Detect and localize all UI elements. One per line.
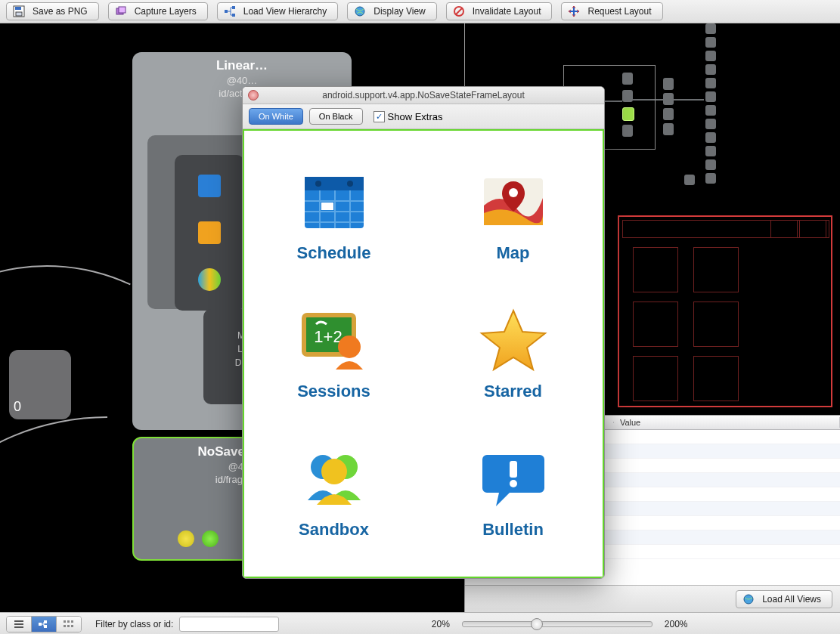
slider-knob[interactable] (531, 618, 543, 630)
load-hierarchy-button[interactable]: Load View Hierarchy (217, 2, 339, 20)
on-black-button[interactable]: On Black (309, 108, 363, 125)
svg-point-14 (315, 181, 321, 187)
app-item-sessions[interactable]: 1+2 Sessions (297, 306, 370, 401)
layout-wireframe[interactable] (618, 215, 832, 407)
display-view-button[interactable]: Display View (347, 2, 436, 20)
app-item-label: Sandbox (299, 520, 369, 540)
node-title: Linear… (132, 58, 352, 73)
svg-rect-38 (44, 625, 47, 628)
preview-titlebar[interactable]: android.support.v4.app.NoSaveStateFrameL… (243, 87, 604, 104)
svg-text:1+2: 1+2 (315, 327, 343, 346)
show-extras-label: Show Extras (388, 111, 443, 122)
mini-node[interactable] (663, 93, 674, 105)
app-item-label: Schedule (297, 243, 371, 263)
perf-dot-green (202, 530, 219, 547)
perf-dot-yellow (178, 530, 194, 547)
view-mode-grid[interactable] (57, 617, 81, 632)
view-mode-segment[interactable] (6, 616, 82, 632)
load-all-views-label: Load All Views (762, 594, 821, 605)
zoom-max-label: 200% (665, 619, 688, 629)
svg-rect-31 (510, 461, 517, 478)
mini-node[interactable] (663, 123, 674, 135)
mini-node[interactable] (684, 175, 695, 185)
save-png-label: Save as PNG (33, 6, 88, 17)
filter-input[interactable] (179, 617, 279, 632)
svg-rect-42 (64, 625, 66, 627)
star-icon (479, 306, 547, 374)
svg-rect-13 (305, 177, 364, 190)
invalidate-layout-button[interactable]: Invalidate Layout (446, 2, 553, 20)
svg-rect-2 (16, 12, 22, 16)
view-preview-window[interactable]: android.support.v4.app.NoSaveStateFrameL… (242, 86, 605, 579)
preview-title-text: android.support.v4.app.NoSaveStateFrameL… (322, 90, 525, 101)
svg-rect-39 (64, 620, 66, 623)
mini-node[interactable] (663, 108, 674, 120)
list-icon (13, 620, 25, 629)
speech-alert-icon (479, 444, 547, 512)
on-black-label: On Black (319, 112, 353, 121)
app-item-map[interactable]: Map (479, 168, 547, 263)
root-node[interactable]: 0 (9, 350, 71, 419)
svg-rect-22 (321, 203, 333, 210)
mini-node[interactable] (705, 37, 716, 48)
properties-col-value: Value (614, 417, 840, 428)
save-png-button[interactable]: Save as PNG (6, 2, 99, 20)
show-extras-checkbox[interactable]: ✓ Show Extras (374, 111, 443, 122)
mini-node[interactable] (705, 64, 716, 75)
svg-rect-5 (225, 10, 228, 13)
svg-rect-40 (67, 620, 70, 623)
svg-rect-6 (232, 6, 235, 9)
main-area: 0 Linear… @40… id/action… 8 v… Measure: … (0, 23, 840, 612)
load-hierarchy-label: Load View Hierarchy (243, 6, 327, 17)
mini-node[interactable] (705, 173, 716, 184)
svg-rect-4 (119, 7, 126, 13)
mini-node[interactable] (705, 119, 716, 129)
close-icon[interactable] (248, 90, 259, 101)
root-node-label: 0 (14, 399, 21, 415)
no-entry-icon (453, 5, 465, 17)
svg-point-27 (338, 336, 361, 358)
svg-rect-37 (44, 620, 47, 623)
app-item-label: Sessions (297, 382, 370, 401)
thumb-list (175, 155, 244, 311)
map-icon (479, 168, 547, 236)
checkbox-icon: ✓ (374, 111, 385, 122)
app-item-bulletin[interactable]: Bulletin (479, 444, 547, 540)
app-item-starred[interactable]: Starred (479, 306, 547, 401)
app-item-sandbox[interactable]: Sandbox (299, 444, 369, 540)
display-view-label: Display View (374, 6, 425, 17)
mini-node[interactable] (705, 51, 716, 61)
mini-node[interactable] (705, 105, 716, 116)
app-item-label: Bulletin (482, 520, 544, 540)
mini-node[interactable] (705, 159, 716, 170)
svg-rect-36 (39, 623, 42, 626)
svg-point-15 (347, 181, 353, 187)
hierarchy-icon (224, 5, 236, 17)
app-item-schedule[interactable]: Schedule (297, 168, 371, 263)
svg-point-30 (321, 459, 347, 484)
calendar-icon (300, 168, 368, 236)
globe-icon (354, 5, 366, 17)
bottom-toolbar: Filter by class or id: 20% 200% (0, 612, 840, 634)
request-layout-button[interactable]: Request Layout (561, 2, 662, 20)
layers-icon (115, 5, 127, 17)
mini-node[interactable] (705, 23, 716, 34)
view-mode-tree[interactable] (32, 617, 57, 632)
zoom-slider[interactable] (462, 621, 652, 627)
mini-node[interactable] (663, 78, 674, 90)
mini-node[interactable] (705, 132, 716, 143)
mini-node[interactable] (705, 146, 716, 156)
svg-rect-41 (71, 620, 73, 623)
mini-edge (674, 99, 704, 101)
filter-label: Filter by class or id: (95, 619, 173, 629)
app-item-label: Map (497, 243, 530, 263)
mini-sandbox-icon (198, 268, 221, 291)
view-mode-list[interactable] (7, 617, 32, 632)
mini-node[interactable] (705, 78, 716, 88)
on-white-button[interactable]: On White (249, 108, 303, 125)
preview-toolbar: On White On Black ✓ Show Extras (243, 104, 604, 129)
capture-layers-button[interactable]: Capture Layers (108, 2, 208, 20)
mini-node[interactable] (705, 91, 716, 102)
load-all-views-button[interactable]: Load All Views (736, 590, 832, 608)
node-address: @40… (132, 75, 352, 86)
